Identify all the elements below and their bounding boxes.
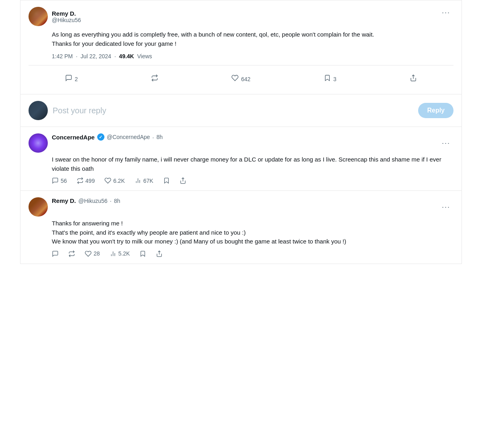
reply-views-count-2: 5.2K: [118, 250, 130, 257]
current-user-avatar: [29, 101, 48, 120]
tweet-body: As long as everything you add is complet…: [29, 30, 453, 48]
reply-user-line-1: ConcernedApe ✓ @ConcernedApe · 8h: [52, 133, 163, 141]
divider: [29, 65, 453, 65]
more-options-reply-2[interactable]: ···: [439, 201, 453, 213]
tweet-header: Remy D. @Hikuzu56 ···: [29, 7, 453, 26]
main-tweet: Remy D. @Hikuzu56 ··· As long as everyth…: [20, 0, 462, 94]
reply-body-2: Thanks for answering me ! That's the poi…: [52, 219, 453, 246]
reply-views-1[interactable]: 67K: [135, 177, 153, 184]
reply-actions-2: 28 5.2K: [52, 250, 453, 257]
reply-author-2: Remy D. @Hikuzu56 · 8h: [29, 197, 120, 217]
bookmark-icon: [324, 74, 331, 84]
reply-like-count-1: 6.2K: [113, 178, 125, 184]
reply-body-1: I swear on the honor of my family name, …: [52, 155, 453, 173]
tweet-date: Jul 22, 2024: [81, 53, 111, 59]
reply-like-count-2: 28: [94, 250, 100, 257]
reply-tweet-1: ConcernedApe ✓ @ConcernedApe · 8h ··· I …: [20, 127, 462, 191]
sep-dot-2: ·: [110, 197, 112, 204]
replies-section: ConcernedApe ✓ @ConcernedApe · 8h ··· I …: [20, 127, 462, 264]
like-action[interactable]: 642: [227, 72, 254, 86]
reply-input-area: Post your reply Reply: [20, 94, 462, 127]
reply-tweet-2: Remy D. @Hikuzu56 · 8h ··· Thanks for an…: [20, 191, 462, 264]
retweet-icon: [151, 74, 158, 84]
comment-action[interactable]: 2: [61, 72, 82, 86]
tweet-container: Remy D. @Hikuzu56 ··· As long as everyth…: [20, 0, 462, 264]
reply-user-line-2: Remy D. @Hikuzu56 · 8h: [52, 197, 120, 204]
reply-like-2[interactable]: 28: [85, 250, 100, 257]
more-options-button[interactable]: ···: [439, 7, 453, 18]
reply-retweet-count-1: 499: [86, 178, 95, 184]
bookmark-action[interactable]: 3: [320, 72, 341, 86]
reply-retweet-1[interactable]: 499: [77, 177, 95, 184]
tweet-meta: 1:42 PM · Jul 22, 2024 · 49.4K Views: [29, 53, 453, 59]
retweet-action[interactable]: [147, 72, 162, 86]
reply-header-1: ConcernedApe ✓ @ConcernedApe · 8h ···: [29, 133, 453, 153]
avatar-remy-2: [29, 197, 48, 217]
user-handle: @Hikuzu56: [52, 17, 81, 23]
reply-comment-2[interactable]: [52, 250, 59, 257]
comment-count: 2: [75, 76, 78, 82]
verified-badge-1: ✓: [97, 133, 104, 141]
heart-icon: [231, 74, 239, 84]
action-bar: 2 642 3: [29, 70, 453, 88]
comment-icon: [65, 74, 72, 84]
reply-input-placeholder[interactable]: Post your reply: [53, 103, 413, 119]
like-count: 642: [241, 76, 250, 82]
user-info: Remy D. @Hikuzu56: [52, 10, 81, 23]
reply-handle-2: @Hikuzu56: [78, 198, 108, 204]
reply-comment-1[interactable]: 56: [52, 177, 67, 184]
reply-bookmark-2[interactable]: [139, 250, 146, 257]
reply-header-2: Remy D. @Hikuzu56 · 8h ···: [29, 197, 453, 217]
reply-views-2[interactable]: 5.2K: [110, 250, 130, 257]
reply-author-1: ConcernedApe ✓ @ConcernedApe · 8h: [29, 133, 163, 153]
reply-share-2[interactable]: [156, 250, 163, 257]
reply-actions-1: 56 499 6.2K 67K: [52, 177, 453, 184]
share-action[interactable]: [406, 72, 421, 86]
reply-bookmark-1[interactable]: [163, 177, 170, 184]
tweet-time: 1:42 PM: [52, 53, 73, 59]
reply-share-1[interactable]: [180, 177, 186, 184]
tweet-views-count: 49.4K: [119, 53, 134, 59]
reply-time-1: 8h: [156, 134, 163, 140]
tweet-views-label: Views: [137, 53, 152, 59]
reply-button[interactable]: Reply: [418, 103, 453, 118]
sep-dot-1: ·: [152, 134, 154, 141]
reply-comment-count-1: 56: [61, 178, 67, 184]
reply-username-1: ConcernedApe: [52, 134, 95, 141]
reply-retweet-2[interactable]: [68, 250, 75, 257]
reply-views-count-1: 67K: [143, 178, 153, 184]
reply-handle-1: @ConcernedApe: [107, 134, 150, 140]
reply-like-1[interactable]: 6.2K: [104, 177, 125, 184]
reply-username-2: Remy D.: [52, 197, 76, 204]
display-name: Remy D.: [52, 10, 81, 17]
avatar-concernedape: [29, 133, 48, 153]
reply-time-2: 8h: [114, 198, 120, 204]
bookmark-count: 3: [333, 76, 337, 82]
more-options-reply-1[interactable]: ···: [439, 137, 453, 149]
share-icon: [410, 74, 417, 84]
tweet-author-info: Remy D. @Hikuzu56: [29, 7, 81, 26]
avatar: [29, 7, 48, 26]
